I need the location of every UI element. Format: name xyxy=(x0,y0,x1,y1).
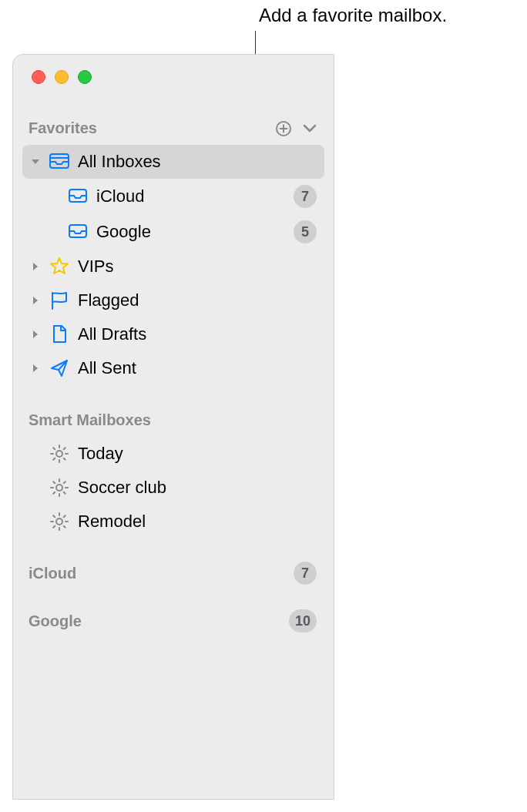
add-favorite-button[interactable] xyxy=(275,120,292,137)
smart-mailboxes-header: Smart Mailboxes xyxy=(22,407,324,437)
svg-point-27 xyxy=(56,518,62,525)
svg-line-24 xyxy=(64,492,65,494)
sidebar-item-label: VIPs xyxy=(78,257,317,277)
minimize-window-button[interactable] xyxy=(55,70,69,84)
paperplane-icon xyxy=(49,358,70,378)
account-label: iCloud xyxy=(29,565,76,582)
sidebar-item-label: Remodel xyxy=(78,512,317,532)
sidebar-item-label: Google xyxy=(96,222,286,242)
close-window-button[interactable] xyxy=(32,70,45,84)
svg-line-32 xyxy=(53,515,55,517)
unread-badge: 10 xyxy=(289,609,317,632)
unread-badge: 5 xyxy=(294,220,317,243)
chevron-right-icon xyxy=(32,330,39,339)
sidebar-item-soccer-club[interactable]: Soccer club xyxy=(22,471,324,505)
smart-mailboxes-section: Smart Mailboxes xyxy=(22,407,324,539)
svg-line-34 xyxy=(53,526,55,528)
maximize-window-button[interactable] xyxy=(78,70,92,84)
gear-icon xyxy=(49,478,70,498)
account-label: Google xyxy=(29,612,82,630)
svg-line-33 xyxy=(64,526,65,528)
favorites-header: Favorites xyxy=(22,115,324,145)
gear-icon xyxy=(49,444,70,464)
inbox-icon xyxy=(67,188,89,205)
chevron-down-icon xyxy=(303,124,317,133)
chevron-down-icon xyxy=(31,158,40,166)
plus-circle-icon xyxy=(275,120,292,137)
accounts-section: iCloud 7 Google 10 xyxy=(22,555,324,639)
sidebar-item-flagged[interactable]: Flagged xyxy=(22,284,324,317)
svg-line-16 xyxy=(53,458,55,460)
sidebar-item-label: Soccer club xyxy=(78,478,317,498)
svg-line-23 xyxy=(53,481,55,483)
sidebar-item-all-inboxes[interactable]: All Inboxes xyxy=(22,145,324,179)
sidebar-item-all-sent[interactable]: All Sent xyxy=(22,351,324,385)
disclosure-triangle[interactable] xyxy=(30,364,41,373)
chevron-right-icon xyxy=(32,296,39,305)
sidebar-item-label: All Sent xyxy=(78,358,317,378)
disclosure-triangle[interactable] xyxy=(30,330,41,339)
svg-line-26 xyxy=(64,481,65,483)
sidebar-item-label: All Inboxes xyxy=(78,152,317,172)
sidebar-item-label: All Drafts xyxy=(78,324,317,344)
unread-badge: 7 xyxy=(294,562,317,585)
sidebar-item-label: Flagged xyxy=(78,290,317,310)
chevron-right-icon xyxy=(32,262,39,271)
sidebar-item-icloud-inbox[interactable]: iCloud 7 xyxy=(22,179,324,214)
chevron-right-icon xyxy=(32,364,39,373)
svg-line-35 xyxy=(64,515,65,517)
sidebar-item-remodel[interactable]: Remodel xyxy=(22,505,324,539)
favorites-actions xyxy=(275,120,317,137)
sidebar-item-vips[interactable]: VIPs xyxy=(22,250,324,284)
window-controls xyxy=(13,55,334,84)
svg-point-18 xyxy=(56,485,62,491)
document-icon xyxy=(49,324,70,344)
sidebar-item-today[interactable]: Today xyxy=(22,437,324,471)
sidebar-item-label: iCloud xyxy=(96,186,286,206)
mailbox-sidebar: Favorites xyxy=(13,84,334,639)
gear-icon xyxy=(49,512,70,532)
svg-line-15 xyxy=(64,458,65,460)
smart-mailboxes-title: Smart Mailboxes xyxy=(29,411,151,429)
annotation-callout: Add a favorite mailbox. xyxy=(259,5,447,26)
favorites-collapse-button[interactable] xyxy=(303,124,317,133)
mail-sidebar-window: Favorites xyxy=(12,54,334,800)
disclosure-triangle[interactable] xyxy=(30,296,41,305)
svg-line-17 xyxy=(64,448,65,449)
sidebar-item-label: Today xyxy=(78,444,317,464)
unread-badge: 7 xyxy=(294,185,317,208)
star-icon xyxy=(49,257,70,277)
svg-point-9 xyxy=(56,451,62,457)
account-header-google[interactable]: Google 10 xyxy=(22,603,324,639)
svg-line-14 xyxy=(53,448,55,449)
all-inboxes-icon xyxy=(49,153,70,171)
favorites-title: Favorites xyxy=(29,119,97,137)
sidebar-item-all-drafts[interactable]: All Drafts xyxy=(22,317,324,351)
inbox-icon xyxy=(67,223,89,240)
disclosure-triangle[interactable] xyxy=(30,262,41,271)
flag-icon xyxy=(49,290,70,310)
account-header-icloud[interactable]: iCloud 7 xyxy=(22,555,324,591)
sidebar-item-google-inbox[interactable]: Google 5 xyxy=(22,214,324,250)
svg-line-25 xyxy=(53,492,55,494)
disclosure-triangle[interactable] xyxy=(30,158,41,166)
